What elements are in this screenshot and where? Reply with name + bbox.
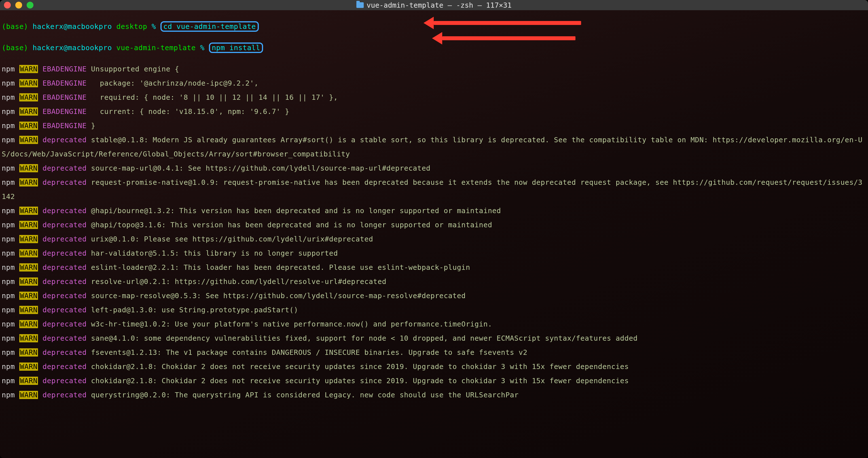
ebadengine-message: required: { node: '8 || 10 || 12 || 14 |…	[87, 93, 338, 101]
npm-label: npm	[2, 362, 15, 371]
warn-label: WARN	[19, 178, 38, 187]
warn-label: WARN	[19, 122, 38, 130]
deprecated-code: deprecated	[38, 362, 87, 371]
warn-label: WARN	[19, 164, 38, 172]
npm-warn-ebadengine-line: npm WARN EBADENGINE package: '@achrinza/…	[2, 76, 866, 90]
warn-label: WARN	[19, 235, 38, 243]
deprecated-code: deprecated	[38, 348, 87, 357]
window-title: vue-admin-template — -zsh — 117×31	[356, 2, 512, 9]
ebadengine-code: EBADENGINE	[38, 65, 87, 73]
npm-warn-deprecated-line: npm WARN deprecated request-promise-nati…	[2, 175, 866, 204]
deprecated-message: chokidar@2.1.8: Chokidar 2 does not rece…	[87, 362, 629, 371]
deprecated-message: left-pad@1.3.0: use String.prototype.pad…	[87, 306, 298, 314]
npm-label: npm	[2, 334, 15, 342]
deprecated-code: deprecated	[38, 164, 87, 172]
deprecated-code: deprecated	[38, 391, 87, 399]
zoom-icon[interactable]	[27, 2, 33, 8]
prompt-base: (base)	[2, 22, 28, 31]
deprecated-code: deprecated	[38, 136, 87, 144]
deprecated-message: source-map-resolve@0.5.3: See https://gi…	[87, 292, 466, 300]
npm-label: npm	[2, 136, 15, 144]
warn-label: WARN	[19, 207, 38, 215]
npm-label: npm	[2, 65, 15, 73]
warn-label: WARN	[19, 221, 38, 229]
ebadengine-message: Unsupported engine {	[87, 65, 180, 73]
prompt-symbol: %	[152, 22, 156, 31]
npm-label: npm	[2, 263, 15, 271]
command-npm-install: npm install	[212, 44, 260, 52]
annotation-arrow-npm	[442, 36, 576, 40]
npm-warn-deprecated-line: npm WARN deprecated @hapi/bourne@1.3.2: …	[2, 204, 866, 218]
close-icon[interactable]	[4, 2, 11, 8]
deprecated-code: deprecated	[38, 277, 87, 286]
warn-label: WARN	[19, 263, 38, 271]
deprecated-message: resolve-url@0.2.1: https://github.com/ly…	[87, 277, 387, 286]
deprecated-code: deprecated	[38, 334, 87, 342]
npm-label: npm	[2, 207, 15, 215]
deprecated-code: deprecated	[38, 320, 87, 328]
warn-label: WARN	[19, 334, 38, 342]
prompt-base: (base)	[2, 44, 28, 52]
npm-label: npm	[2, 306, 15, 314]
warn-label: WARN	[19, 320, 38, 328]
npm-warn-deprecated-line: npm WARN deprecated resolve-url@0.2.1: h…	[2, 274, 866, 289]
deprecated-code: deprecated	[38, 207, 87, 215]
npm-label: npm	[2, 235, 15, 243]
warn-label: WARN	[19, 377, 38, 385]
warn-label: WARN	[19, 79, 38, 87]
deprecated-message: eslint-loader@2.2.1: This loader has bee…	[87, 263, 470, 271]
npm-warn-deprecated-line: npm WARN deprecated querystring@0.2.0: T…	[2, 388, 866, 402]
minimize-icon[interactable]	[15, 2, 22, 8]
command-highlight-npm: npm install	[209, 42, 263, 53]
deprecated-code: deprecated	[38, 306, 87, 314]
warn-label: WARN	[19, 306, 38, 314]
npm-warn-deprecated-line: npm WARN deprecated stable@0.1.8: Modern…	[2, 133, 866, 161]
deprecated-message: w3c-hr-time@1.0.2: Use your platform's n…	[87, 320, 492, 328]
ebadengine-message: package: '@achrinza/node-ipc@9.2.2',	[87, 79, 259, 87]
npm-warn-deprecated-line: npm WARN deprecated eslint-loader@2.2.1:…	[2, 260, 866, 274]
folder-icon	[356, 2, 364, 8]
deprecated-message: querystring@0.2.0: The querystring API i…	[87, 391, 519, 399]
annotation-arrow-cd	[434, 21, 581, 25]
deprecated-message: source-map-url@0.4.1: See https://github…	[87, 164, 431, 172]
npm-warn-deprecated-line: npm WARN deprecated urix@0.1.0: Please s…	[2, 232, 866, 246]
command-cd: cd vue-admin-template	[163, 22, 256, 31]
prompt-symbol: %	[200, 44, 205, 52]
npm-label: npm	[2, 277, 15, 286]
deprecated-code: deprecated	[38, 249, 87, 257]
npm-label: npm	[2, 178, 15, 187]
warn-label: WARN	[19, 362, 38, 371]
deprecated-message: sane@4.1.0: some dependency vulnerabilit…	[87, 334, 638, 342]
warn-label: WARN	[19, 65, 38, 73]
warn-label: WARN	[19, 348, 38, 357]
terminal-output[interactable]: (base) hackerx@macbookpro desktop % cd v…	[0, 10, 868, 404]
npm-label: npm	[2, 79, 15, 87]
prompt-cwd: desktop	[116, 22, 147, 31]
deprecated-code: deprecated	[38, 292, 87, 300]
npm-label: npm	[2, 292, 15, 300]
npm-label: npm	[2, 107, 15, 116]
npm-label: npm	[2, 320, 15, 328]
npm-label: npm	[2, 391, 15, 399]
deprecated-message: fsevents@1.2.13: The v1 package contains…	[87, 348, 528, 357]
warn-label: WARN	[19, 93, 38, 101]
npm-warn-ebadengine-line: npm WARN EBADENGINE current: { node: 'v1…	[2, 105, 866, 119]
traffic-lights	[4, 2, 33, 8]
deprecated-message: har-validator@5.1.5: this library is no …	[87, 249, 338, 257]
deprecated-code: deprecated	[38, 178, 87, 187]
npm-label: npm	[2, 249, 15, 257]
window-title-text: vue-admin-template — -zsh — 117×31	[367, 2, 512, 9]
npm-warn-deprecated-line: npm WARN deprecated w3c-hr-time@1.0.2: U…	[2, 317, 866, 331]
deprecated-message: request-promise-native@1.0.9: request-pr…	[2, 178, 863, 201]
npm-warn-deprecated-line: npm WARN deprecated chokidar@2.1.8: Chok…	[2, 360, 866, 374]
ebadengine-message: current: { node: 'v18.15.0', npm: '9.6.7…	[87, 107, 289, 116]
deprecated-message: chokidar@2.1.8: Chokidar 2 does not rece…	[87, 377, 629, 385]
deprecated-code: deprecated	[38, 377, 87, 385]
prompt-userhost: hackerx@macbookpro	[33, 44, 112, 52]
npm-warn-deprecated-line: npm WARN deprecated sane@4.1.0: some dep…	[2, 331, 866, 346]
npm-warn-deprecated-line: npm WARN deprecated fsevents@1.2.13: The…	[2, 346, 866, 360]
warn-label: WARN	[19, 249, 38, 257]
titlebar[interactable]: vue-admin-template — -zsh — 117×31	[0, 0, 868, 10]
warn-label: WARN	[19, 391, 38, 399]
deprecated-code: deprecated	[38, 235, 87, 243]
